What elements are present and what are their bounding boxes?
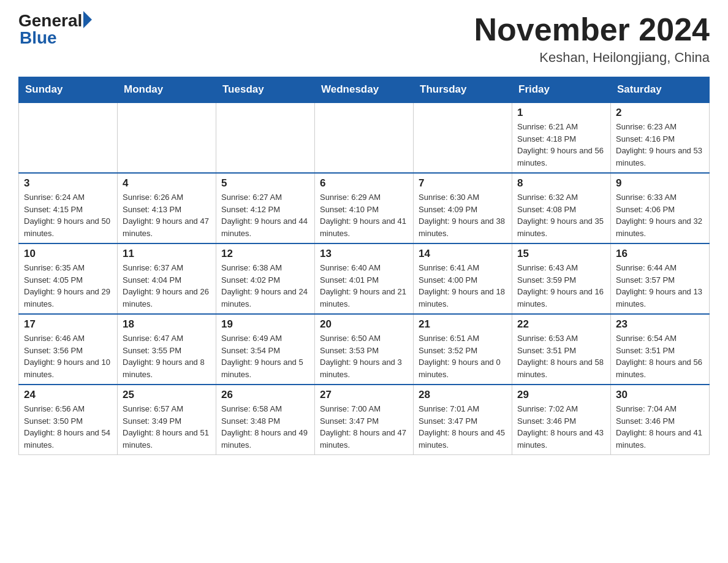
calendar-cell: 12Sunrise: 6:38 AMSunset: 4:02 PMDayligh… — [216, 243, 315, 314]
calendar-cell — [118, 102, 216, 173]
day-number: 3 — [24, 177, 112, 190]
calendar-header-saturday: Saturday — [611, 77, 710, 103]
day-number: 15 — [517, 248, 605, 260]
day-info: Sunrise: 6:29 AMSunset: 4:10 PMDaylight:… — [320, 191, 408, 239]
calendar-cell — [414, 102, 512, 173]
day-info: Sunrise: 6:23 AMSunset: 4:16 PMDaylight:… — [616, 121, 704, 169]
calendar-cell: 22Sunrise: 6:53 AMSunset: 3:51 PMDayligh… — [512, 314, 611, 385]
logo-arrow-icon — [83, 11, 92, 28]
day-info: Sunrise: 7:04 AMSunset: 3:46 PMDaylight:… — [616, 403, 704, 451]
calendar-table: SundayMondayTuesdayWednesdayThursdayFrid… — [18, 77, 710, 455]
calendar-week-row: 10Sunrise: 6:35 AMSunset: 4:05 PMDayligh… — [19, 243, 710, 314]
day-info: Sunrise: 6:53 AMSunset: 3:51 PMDaylight:… — [517, 332, 605, 380]
day-number: 16 — [616, 248, 704, 260]
day-number: 7 — [419, 177, 507, 190]
calendar-cell: 17Sunrise: 6:46 AMSunset: 3:56 PMDayligh… — [19, 314, 118, 385]
calendar-cell: 6Sunrise: 6:29 AMSunset: 4:10 PMDaylight… — [315, 173, 414, 243]
day-info: Sunrise: 6:38 AMSunset: 4:02 PMDaylight:… — [221, 262, 309, 310]
calendar-header-friday: Friday — [512, 77, 611, 103]
calendar-cell: 11Sunrise: 6:37 AMSunset: 4:04 PMDayligh… — [118, 243, 216, 314]
day-info: Sunrise: 6:21 AMSunset: 4:18 PMDaylight:… — [517, 121, 605, 169]
day-number: 4 — [123, 177, 211, 190]
calendar-cell: 19Sunrise: 6:49 AMSunset: 3:54 PMDayligh… — [216, 314, 315, 385]
day-info: Sunrise: 6:50 AMSunset: 3:53 PMDaylight:… — [320, 332, 408, 380]
day-number: 28 — [419, 389, 507, 401]
day-info: Sunrise: 6:24 AMSunset: 4:15 PMDaylight:… — [24, 191, 112, 239]
day-number: 6 — [320, 177, 408, 190]
calendar-cell: 20Sunrise: 6:50 AMSunset: 3:53 PMDayligh… — [315, 314, 414, 385]
day-info: Sunrise: 6:49 AMSunset: 3:54 PMDaylight:… — [221, 332, 309, 380]
calendar-cell: 18Sunrise: 6:47 AMSunset: 3:55 PMDayligh… — [118, 314, 216, 385]
day-info: Sunrise: 6:46 AMSunset: 3:56 PMDaylight:… — [24, 332, 112, 380]
calendar-cell: 2Sunrise: 6:23 AMSunset: 4:16 PMDaylight… — [611, 102, 710, 173]
day-info: Sunrise: 7:00 AMSunset: 3:47 PMDaylight:… — [320, 403, 408, 451]
day-number: 2 — [616, 107, 704, 119]
logo: General Blue — [18, 12, 92, 47]
day-number: 30 — [616, 389, 704, 401]
day-number: 19 — [221, 318, 309, 331]
day-number: 27 — [320, 389, 408, 401]
day-number: 26 — [221, 389, 309, 401]
day-info: Sunrise: 6:51 AMSunset: 3:52 PMDaylight:… — [419, 332, 507, 380]
calendar-cell — [216, 102, 315, 173]
calendar-cell: 1Sunrise: 6:21 AMSunset: 4:18 PMDaylight… — [512, 102, 611, 173]
calendar-cell: 27Sunrise: 7:00 AMSunset: 3:47 PMDayligh… — [315, 385, 414, 455]
day-number: 22 — [517, 318, 605, 331]
day-info: Sunrise: 7:02 AMSunset: 3:46 PMDaylight:… — [517, 403, 605, 451]
day-number: 21 — [419, 318, 507, 331]
day-info: Sunrise: 6:58 AMSunset: 3:48 PMDaylight:… — [221, 403, 309, 451]
calendar-cell: 9Sunrise: 6:33 AMSunset: 4:06 PMDaylight… — [611, 173, 710, 243]
day-number: 24 — [24, 389, 112, 401]
day-number: 11 — [123, 248, 211, 260]
calendar-week-row: 3Sunrise: 6:24 AMSunset: 4:15 PMDaylight… — [19, 173, 710, 243]
calendar-cell: 14Sunrise: 6:41 AMSunset: 4:00 PMDayligh… — [414, 243, 512, 314]
day-info: Sunrise: 6:47 AMSunset: 3:55 PMDaylight:… — [123, 332, 211, 380]
day-info: Sunrise: 6:33 AMSunset: 4:06 PMDaylight:… — [616, 191, 704, 239]
calendar-header-monday: Monday — [118, 77, 216, 103]
day-info: Sunrise: 6:30 AMSunset: 4:09 PMDaylight:… — [419, 191, 507, 239]
day-number: 1 — [517, 107, 605, 119]
calendar-header-sunday: Sunday — [19, 77, 118, 103]
calendar-cell — [19, 102, 118, 173]
calendar-header-tuesday: Tuesday — [216, 77, 315, 103]
calendar-cell: 7Sunrise: 6:30 AMSunset: 4:09 PMDaylight… — [414, 173, 512, 243]
calendar-cell: 3Sunrise: 6:24 AMSunset: 4:15 PMDaylight… — [19, 173, 118, 243]
calendar-cell: 15Sunrise: 6:43 AMSunset: 3:59 PMDayligh… — [512, 243, 611, 314]
calendar-week-row: 24Sunrise: 6:56 AMSunset: 3:50 PMDayligh… — [19, 385, 710, 455]
title-section: November 2024 Keshan, Heilongjiang, Chin… — [474, 12, 710, 66]
calendar-cell: 10Sunrise: 6:35 AMSunset: 4:05 PMDayligh… — [19, 243, 118, 314]
location-title: Keshan, Heilongjiang, China — [474, 50, 710, 66]
day-number: 12 — [221, 248, 309, 260]
calendar-cell: 8Sunrise: 6:32 AMSunset: 4:08 PMDaylight… — [512, 173, 611, 243]
calendar-cell: 21Sunrise: 6:51 AMSunset: 3:52 PMDayligh… — [414, 314, 512, 385]
day-number: 20 — [320, 318, 408, 331]
calendar-cell: 4Sunrise: 6:26 AMSunset: 4:13 PMDaylight… — [118, 173, 216, 243]
calendar-cell: 26Sunrise: 6:58 AMSunset: 3:48 PMDayligh… — [216, 385, 315, 455]
day-info: Sunrise: 6:35 AMSunset: 4:05 PMDaylight:… — [24, 262, 112, 310]
day-number: 18 — [123, 318, 211, 331]
calendar-cell: 23Sunrise: 6:54 AMSunset: 3:51 PMDayligh… — [611, 314, 710, 385]
calendar-header-thursday: Thursday — [414, 77, 512, 103]
calendar-week-row: 17Sunrise: 6:46 AMSunset: 3:56 PMDayligh… — [19, 314, 710, 385]
calendar-cell: 16Sunrise: 6:44 AMSunset: 3:57 PMDayligh… — [611, 243, 710, 314]
day-number: 23 — [616, 318, 704, 331]
day-info: Sunrise: 6:40 AMSunset: 4:01 PMDaylight:… — [320, 262, 408, 310]
calendar-cell: 30Sunrise: 7:04 AMSunset: 3:46 PMDayligh… — [611, 385, 710, 455]
day-number: 8 — [517, 177, 605, 190]
day-number: 9 — [616, 177, 704, 190]
day-info: Sunrise: 6:56 AMSunset: 3:50 PMDaylight:… — [24, 403, 112, 451]
calendar-cell: 29Sunrise: 7:02 AMSunset: 3:46 PMDayligh… — [512, 385, 611, 455]
day-number: 14 — [419, 248, 507, 260]
logo-blue-text: Blue — [20, 29, 57, 47]
day-number: 10 — [24, 248, 112, 260]
calendar-cell: 24Sunrise: 6:56 AMSunset: 3:50 PMDayligh… — [19, 385, 118, 455]
day-number: 13 — [320, 248, 408, 260]
day-number: 29 — [517, 389, 605, 401]
day-number: 25 — [123, 389, 211, 401]
day-info: Sunrise: 6:54 AMSunset: 3:51 PMDaylight:… — [616, 332, 704, 380]
day-info: Sunrise: 7:01 AMSunset: 3:47 PMDaylight:… — [419, 403, 507, 451]
day-info: Sunrise: 6:27 AMSunset: 4:12 PMDaylight:… — [221, 191, 309, 239]
day-info: Sunrise: 6:57 AMSunset: 3:49 PMDaylight:… — [123, 403, 211, 451]
logo-general-text: General — [18, 12, 82, 29]
calendar-cell: 28Sunrise: 7:01 AMSunset: 3:47 PMDayligh… — [414, 385, 512, 455]
